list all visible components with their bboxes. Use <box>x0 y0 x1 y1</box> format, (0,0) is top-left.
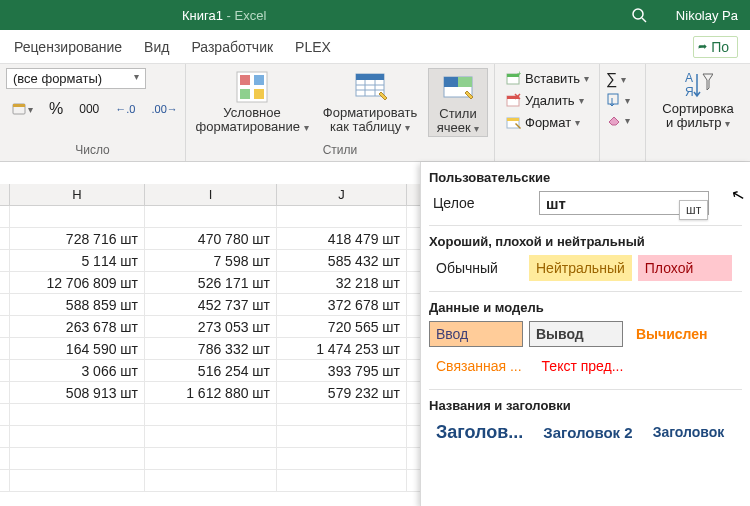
cell[interactable]: 393 795 шт <box>277 360 407 381</box>
svg-point-0 <box>633 9 643 19</box>
cell[interactable]: 32 218 шт <box>277 272 407 293</box>
cell[interactable]: 470 780 шт <box>145 228 277 249</box>
number-format-select[interactable]: (все форматы) ▾ <box>6 68 146 89</box>
insert-button[interactable]: + Вставить ▾ <box>501 68 593 88</box>
cell[interactable]: 452 737 шт <box>145 294 277 315</box>
format-button[interactable]: Формат ▾ <box>501 112 584 132</box>
number-format-value: (все форматы) <box>13 71 102 86</box>
cell[interactable]: 786 332 шт <box>145 338 277 359</box>
ribbon-group-sort: AЯ Сортировка и фильтр ▾ <box>646 64 750 161</box>
cell[interactable]: 526 171 шт <box>145 272 277 293</box>
tooltip: шт <box>679 200 708 220</box>
svg-rect-16 <box>444 77 458 87</box>
cell[interactable]: 1 474 253 шт <box>277 338 407 359</box>
cell[interactable]: 728 716 шт <box>10 228 145 249</box>
cell-styles-panel: Пользовательские Целое шт шт ↖ Хороший, … <box>420 162 750 506</box>
percent-button[interactable]: % <box>44 97 68 121</box>
cond-fmt-label: Условное форматирование <box>196 105 300 134</box>
decrease-decimal-button[interactable]: .00→ <box>146 100 182 118</box>
svg-rect-6 <box>254 75 264 85</box>
style-input[interactable]: Ввод <box>429 321 523 347</box>
ribbon-group-edit-mini: ∑ ▾ ▾ ▾ <box>600 64 646 161</box>
cell[interactable]: 720 565 шт <box>277 316 407 337</box>
conditional-formatting-button[interactable]: Условное форматирование ▾ <box>192 68 312 135</box>
cell[interactable]: 263 678 шт <box>10 316 145 337</box>
svg-text:+: + <box>517 70 521 78</box>
col-header-i[interactable]: I <box>145 184 277 205</box>
cell[interactable]: 12 706 809 шт <box>10 272 145 293</box>
cell[interactable]: 3 066 шт <box>10 360 145 381</box>
svg-text:Я: Я <box>685 85 694 99</box>
fill-button[interactable]: ▾ <box>606 92 630 108</box>
sec-custom: Пользовательские <box>429 170 742 185</box>
user-name[interactable]: Nikolay Pa <box>676 8 738 23</box>
style-heading1[interactable]: Заголов... <box>429 419 530 445</box>
delete-button[interactable]: Удалить ▾ <box>501 90 588 110</box>
style-warning[interactable]: Текст пред... <box>535 353 631 379</box>
insert-label: Вставить <box>525 71 580 86</box>
autosum-button[interactable]: ∑ ▾ <box>606 70 630 88</box>
cell[interactable]: 372 678 шт <box>277 294 407 315</box>
clear-button[interactable]: ▾ <box>606 112 630 128</box>
share-label: По <box>711 39 729 55</box>
ribbon-group-number: (все форматы) ▾ ▾ % 000 ←.0 .00→ Число <box>0 64 186 161</box>
cell[interactable]: 273 053 шт <box>145 316 277 337</box>
title-separator: - <box>223 8 235 23</box>
cell[interactable]: 7 598 шт <box>145 250 277 271</box>
cell-styles-label: Стили ячеек <box>437 106 477 135</box>
format-as-table-button[interactable]: Форматировать как таблицу ▾ <box>316 68 424 135</box>
svg-rect-27 <box>608 94 618 104</box>
svg-line-1 <box>642 18 646 22</box>
cell[interactable]: 508 913 шт <box>10 382 145 403</box>
col-header-j[interactable]: J <box>277 184 407 205</box>
svg-rect-7 <box>240 89 250 99</box>
sec-data-model: Данные и модель <box>429 300 742 315</box>
cell[interactable]: 516 254 шт <box>145 360 277 381</box>
svg-rect-8 <box>254 89 264 99</box>
cell[interactable]: 1 612 880 шт <box>145 382 277 403</box>
delete-label: Удалить <box>525 93 575 108</box>
col-header-h[interactable]: H <box>10 184 145 205</box>
cell[interactable]: 579 232 шт <box>277 382 407 403</box>
style-whole[interactable]: Целое <box>429 191 533 215</box>
cell[interactable]: 5 114 шт <box>10 250 145 271</box>
ribbon: (все форматы) ▾ ▾ % 000 ←.0 .00→ Число У… <box>0 64 750 162</box>
style-bad[interactable]: Плохой <box>638 255 732 281</box>
format-label: Формат <box>525 115 571 130</box>
tab-developer[interactable]: Разработчик <box>191 39 273 55</box>
search-icon[interactable] <box>630 6 648 24</box>
currency-button[interactable]: ▾ <box>6 98 38 120</box>
share-arrow-icon: ➦ <box>698 40 707 53</box>
cell[interactable]: 164 590 шт <box>10 338 145 359</box>
tab-plex[interactable]: PLEX <box>295 39 331 55</box>
comma-style-button[interactable]: 000 <box>74 99 104 119</box>
style-output[interactable]: Вывод <box>529 321 623 347</box>
cell[interactable]: 585 432 шт <box>277 250 407 271</box>
sort-label: Сортировка и фильтр <box>662 101 733 130</box>
svg-text:A: A <box>685 71 693 85</box>
tab-view[interactable]: Вид <box>144 39 169 55</box>
chevron-down-icon: ▾ <box>134 71 139 86</box>
cell[interactable]: 588 859 шт <box>10 294 145 315</box>
app-name: Excel <box>235 8 267 23</box>
tab-review[interactable]: Рецензирование <box>14 39 122 55</box>
style-calculation[interactable]: Вычислен <box>629 321 723 347</box>
style-normal[interactable]: Обычный <box>429 255 523 281</box>
window-title: Книга1 - Excel <box>182 8 266 23</box>
svg-rect-17 <box>458 77 472 87</box>
style-linked[interactable]: Связанная ... <box>429 353 529 379</box>
cell-styles-button[interactable]: Стили ячеек ▾ <box>428 68 488 137</box>
share-button[interactable]: ➦ По <box>693 36 738 58</box>
worksheet-area: H I J 728 716 шт470 780 шт418 479 шт 5 1… <box>0 162 750 492</box>
cell[interactable]: 418 479 шт <box>277 228 407 249</box>
svg-rect-3 <box>13 104 25 107</box>
style-heading2[interactable]: Заголовок 2 <box>536 419 639 445</box>
style-neutral[interactable]: Нейтральный <box>529 255 632 281</box>
increase-decimal-button[interactable]: ←.0 <box>110 100 140 118</box>
fmt-table-label: Форматировать как таблицу <box>323 105 417 134</box>
doc-name: Книга1 <box>182 8 223 23</box>
style-heading3[interactable]: Заголовок <box>646 419 740 445</box>
group-label-styles: Стили <box>192 141 488 159</box>
sort-filter-button[interactable]: AЯ Сортировка и фильтр ▾ <box>652 68 744 131</box>
group-label-cells <box>501 141 593 159</box>
